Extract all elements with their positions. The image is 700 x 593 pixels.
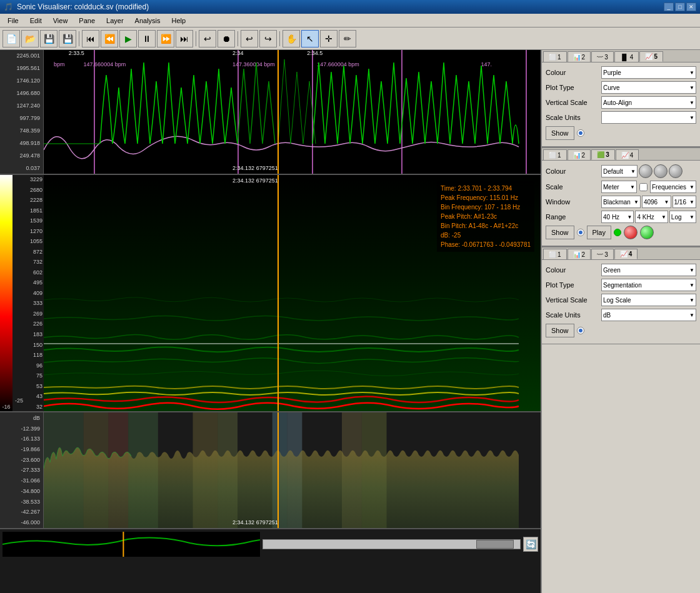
tooltip-peak-freq: Peak Frequency: 115.01 Hz — [441, 193, 531, 202]
tooltip-peak-pitch: Peak Pitch: A#1-23c — [441, 212, 531, 221]
colour-select-bot[interactable]: Green ▼ — [601, 264, 696, 276]
save-as-button[interactable]: 💾 — [59, 30, 76, 47]
menu-pane[interactable]: Pane — [74, 16, 100, 26]
scaleunits-select[interactable]: ▼ — [601, 111, 696, 124]
spectrogram-canvas[interactable]: 2:34.132 6797251 Time: 2:33.701 - 2:33.7… — [44, 175, 541, 411]
play-button-mid[interactable]: Play — [587, 226, 611, 239]
vscale-select[interactable]: Auto-Align ▼ — [601, 96, 696, 109]
edit-tool-button[interactable]: ✏ — [339, 30, 356, 47]
menu-edit[interactable]: Edit — [25, 16, 47, 26]
show-radio-top[interactable] — [577, 129, 584, 137]
energy-svg — [44, 412, 541, 528]
record-button[interactable]: ⏺ — [218, 30, 235, 47]
window-label-mid: Window — [546, 198, 599, 206]
pause-button[interactable]: ⏸ — [138, 30, 156, 47]
save-button[interactable]: 💾 — [40, 30, 58, 47]
y-label-5: 997.799 — [1, 115, 42, 121]
scroll-bar[interactable] — [262, 539, 521, 549]
tooltip-phase: Phase: -0.0671763 - -0.0493781 — [441, 240, 531, 249]
tab-bot-1[interactable]: ⬜ 1 — [543, 249, 567, 259]
tab-top-4[interactable]: ▐▌ 4 — [614, 51, 639, 62]
tab-top-2[interactable]: 📊 2 — [568, 51, 591, 62]
colour-select[interactable]: Purple ▼ — [601, 66, 696, 79]
tab-top-5[interactable]: 📈 5 — [639, 51, 663, 62]
db-val-6: -34.800 — [1, 488, 42, 494]
back-button[interactable]: ⏪ — [101, 30, 118, 47]
redo-button[interactable]: ↪ — [259, 30, 277, 47]
tab-bot-4[interactable]: 📈 4 — [614, 249, 638, 259]
scroll-thumb[interactable] — [476, 540, 514, 549]
show-button-bot[interactable]: Show — [546, 324, 574, 337]
db-scale: -25 — [15, 397, 23, 404]
freq-1270: 1270 — [14, 228, 44, 234]
range-scale-select[interactable]: Log ▼ — [669, 211, 696, 223]
zoom-out-button[interactable]: 🔄 — [523, 537, 538, 552]
end-button[interactable]: ⏭ — [176, 30, 193, 47]
colour-select-mid[interactable]: Default ▼ — [601, 165, 638, 177]
waveform-panel[interactable]: 2245.001 1995.561 1746.120 1496.680 1247… — [0, 50, 541, 175]
play-knob-2[interactable] — [640, 226, 654, 239]
tab-mid-2[interactable]: 📊 2 — [568, 149, 591, 160]
tab-bot-3[interactable]: 〰 3 — [591, 249, 614, 259]
scaleunits-select-bot[interactable]: dB ▼ — [601, 309, 696, 321]
plottype-select[interactable]: Curve ▼ — [601, 81, 696, 94]
colour-row: Colour Purple ▼ — [546, 66, 696, 79]
show-radio-bot[interactable] — [577, 327, 584, 334]
window-select-mid[interactable]: Blackman ▼ — [601, 196, 641, 208]
move-tool-button[interactable]: ✛ — [320, 30, 338, 47]
tab-top-3[interactable]: 〰 3 — [591, 51, 614, 62]
show-radio-mid[interactable] — [577, 229, 584, 236]
windowhop-value: 1/16 — [674, 199, 686, 206]
colour-knob-1[interactable] — [639, 164, 652, 178]
range-min-select[interactable]: 40 Hz ▼ — [601, 211, 634, 223]
waveform-y-axis: 2245.001 1995.561 1746.120 1496.680 1247… — [0, 50, 44, 174]
tab-bot-3-icon: 〰 — [597, 251, 603, 258]
waveform-svg — [44, 50, 541, 174]
prev-button[interactable]: ⏮ — [82, 30, 99, 47]
menu-analysis[interactable]: Analysis — [130, 16, 166, 26]
plottype-value: Curve — [603, 84, 620, 91]
energy-canvas[interactable]: 2:34.132 6797251 — [44, 412, 541, 528]
show-button-top[interactable]: Show — [546, 126, 574, 140]
energy-panel[interactable]: dB -12.399 -16.133 -19.866 -23.600 -27.3… — [0, 412, 541, 528]
forward-button[interactable]: ⏩ — [157, 30, 174, 47]
energy-playhead — [278, 412, 279, 528]
show-button-mid[interactable]: Show — [546, 226, 574, 239]
menu-view[interactable]: View — [48, 16, 73, 26]
mini-waveform[interactable] — [2, 532, 260, 557]
play-button[interactable]: ▶ — [119, 30, 137, 47]
tab-mid-1[interactable]: ⬜ 1 — [543, 149, 567, 160]
play-knob-1[interactable] — [624, 226, 638, 239]
scale-select-mid[interactable]: Meter ▼ — [601, 181, 637, 193]
select-tool-button[interactable]: ↖ — [301, 30, 319, 47]
menu-help[interactable]: Help — [167, 16, 191, 26]
windowsize-select[interactable]: 4096 ▼ — [642, 196, 671, 208]
hand-tool-button[interactable]: ✋ — [282, 30, 300, 47]
spectrogram-panel[interactable]: 3229 2680 2228 1851 1539 1270 1055 872 7… — [0, 175, 541, 412]
loop-button[interactable]: ↩ — [199, 30, 216, 47]
close-button[interactable]: ✕ — [686, 2, 696, 11]
waveform-canvas[interactable]: 2:33.5 2:34 2:34.5 bpm 147.660004 bpm 14… — [44, 50, 541, 174]
menu-layer[interactable]: Layer — [101, 16, 129, 26]
menu-file[interactable]: File — [2, 16, 24, 26]
vscale-select-bot[interactable]: Log Scale ▼ — [601, 294, 696, 306]
colour-knob-2[interactable] — [654, 164, 668, 178]
tab-bar-mid: ⬜ 1 📊 2 🟩 3 📈 4 — [542, 148, 700, 161]
scale-checkbox[interactable] — [639, 183, 648, 191]
new-button[interactable]: 📄 — [2, 30, 20, 47]
minimize-button[interactable]: _ — [664, 2, 674, 11]
tab-mid-3[interactable]: 🟩 3 — [591, 149, 615, 160]
tab-mid-4[interactable]: 📈 4 — [616, 149, 639, 160]
windowhop-select[interactable]: 1/16 ▼ — [672, 196, 697, 208]
scaleunits-arrow-bot: ▼ — [689, 312, 694, 318]
maximize-button[interactable]: □ — [675, 2, 685, 11]
tab-bot-2[interactable]: 📊 2 — [568, 249, 591, 259]
colour-knob-3[interactable] — [669, 164, 682, 178]
tab-top-1[interactable]: ⬜ 1 — [543, 51, 567, 62]
open-button[interactable]: 📂 — [21, 30, 39, 47]
freq-select-mid[interactable]: Frequencies ▼ — [650, 181, 696, 193]
range-max-select[interactable]: 4 KHz ▼ — [635, 211, 668, 223]
mini-waveform-panel[interactable]: 🔄 — [0, 528, 541, 559]
undo-button[interactable]: ↩ — [241, 30, 258, 47]
plottype-select-bot[interactable]: Segmentation ▼ — [601, 279, 696, 291]
